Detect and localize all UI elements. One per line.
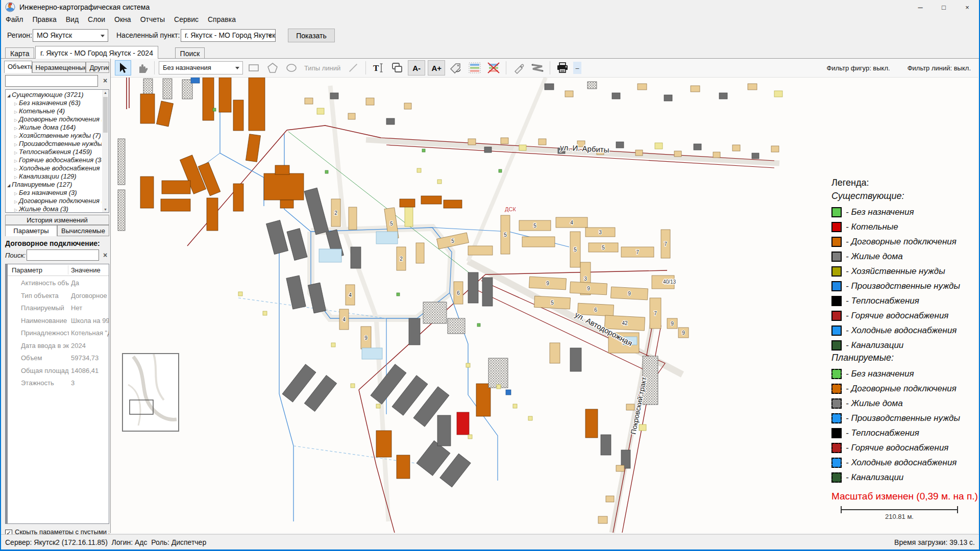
building[interactable]	[499, 169, 502, 172]
building[interactable]	[238, 292, 242, 296]
building[interactable]	[331, 343, 335, 347]
building[interactable]	[601, 435, 611, 455]
tree-item[interactable]: ▷Без назначения (3)	[6, 189, 102, 197]
building[interactable]	[349, 207, 357, 230]
building[interactable]	[386, 118, 395, 124]
building[interactable]	[264, 173, 304, 200]
building[interactable]	[468, 246, 493, 255]
scroll-thumb[interactable]	[103, 97, 108, 133]
maximize-button[interactable]: □	[932, 0, 955, 14]
building[interactable]	[376, 232, 398, 244]
building[interactable]	[598, 516, 607, 523]
building[interactable]	[550, 343, 560, 363]
table-row[interactable]: Тип объектаДоговорное под	[8, 289, 109, 302]
building[interactable]	[774, 91, 782, 97]
building[interactable]	[163, 79, 172, 99]
building[interactable]	[118, 139, 125, 185]
building[interactable]	[501, 138, 508, 144]
building[interactable]	[330, 93, 338, 99]
layer-colors-off-button[interactable]	[485, 60, 502, 76]
building[interactable]	[156, 101, 173, 127]
table-row[interactable]: Общая площадь14086,41	[8, 364, 109, 377]
building[interactable]	[266, 220, 288, 254]
building[interactable]	[280, 200, 293, 208]
tree-item[interactable]: ▷Производственные нужды (27)	[6, 140, 102, 148]
building[interactable]	[748, 84, 757, 90]
refresh-labels-button[interactable]	[448, 60, 464, 76]
city-map[interactable]: 2525449655453573999564277999ул. И. Арбит…	[111, 78, 978, 533]
menu-item-Слои[interactable]: Слои	[83, 14, 110, 26]
tab-Поиск[interactable]: Поиск	[175, 47, 205, 59]
building[interactable]	[719, 93, 727, 99]
building[interactable]	[437, 415, 451, 446]
building[interactable]	[362, 348, 382, 359]
building[interactable]	[488, 358, 508, 388]
table-row[interactable]: Дата ввода в эксплуат2024	[8, 339, 109, 352]
map-canvas[interactable]: Легенда:Существующие:- Без назначения- К…	[111, 78, 978, 533]
tree-item[interactable]: ▷Жилые дома (3)	[6, 205, 102, 212]
building[interactable]	[118, 190, 125, 231]
building[interactable]	[351, 384, 355, 388]
tree-item[interactable]: ▷Жилые дома (164)	[6, 123, 102, 132]
tree-item[interactable]: ▷Договорные подключения (6)	[6, 197, 102, 205]
building[interactable]	[319, 249, 341, 262]
building[interactable]	[565, 91, 573, 97]
building[interactable]	[366, 98, 374, 105]
table-row[interactable]: Этажность3	[8, 377, 109, 389]
building[interactable]	[655, 143, 663, 149]
building[interactable]	[286, 276, 306, 309]
tab-Карта[interactable]: Карта	[5, 47, 34, 59]
building[interactable]	[213, 108, 216, 111]
building[interactable]	[713, 152, 720, 158]
tab-history[interactable]: История изменений	[5, 215, 109, 225]
building[interactable]	[616, 465, 624, 471]
building[interactable]	[351, 247, 361, 268]
minimize-button[interactable]: ─	[909, 0, 932, 14]
tree-item[interactable]: ▷Договорные подключения (178)	[6, 115, 102, 123]
building[interactable]	[752, 153, 759, 159]
building[interactable]	[497, 385, 501, 389]
tree-item[interactable]: ▷Без назначения (63)	[6, 99, 102, 107]
clear-param-search-icon[interactable]: ×	[101, 251, 109, 259]
menu-item-Справка[interactable]: Справка	[203, 14, 240, 26]
building[interactable]	[348, 113, 355, 119]
tree-item[interactable]: ▷Канализации (129)	[6, 172, 102, 181]
building[interactable]	[612, 93, 620, 99]
overlap-shapes-button[interactable]	[389, 60, 405, 76]
building[interactable]	[304, 188, 329, 235]
draw-rectangle-button[interactable]	[246, 60, 262, 76]
building[interactable]	[400, 199, 415, 207]
tree-scrollbar[interactable]: ▲ ▼	[102, 90, 109, 212]
building[interactable]	[691, 86, 700, 92]
building[interactable]	[317, 108, 324, 114]
building[interactable]	[639, 424, 646, 431]
building[interactable]	[482, 278, 493, 306]
building[interactable]	[397, 455, 410, 479]
building[interactable]	[448, 318, 465, 334]
building[interactable]	[287, 229, 307, 261]
table-row[interactable]: Активность объектаДа	[8, 277, 109, 289]
objects-tab-Другие[interactable]: Другие	[86, 62, 109, 73]
tree-expanded-icon[interactable]: ◢	[6, 92, 12, 100]
building[interactable]	[421, 196, 442, 204]
objects-tab-Неразмещенные (0)[interactable]: Неразмещенные (0)	[32, 62, 86, 73]
objects-tab-Объекты[interactable]: Объекты	[4, 61, 32, 73]
building[interactable]	[506, 390, 511, 395]
building[interactable]	[140, 177, 154, 208]
building[interactable]	[275, 165, 289, 174]
building[interactable]	[468, 435, 472, 439]
building[interactable]	[585, 409, 598, 438]
building[interactable]	[468, 272, 478, 303]
tree-expanded-icon[interactable]: ◢	[6, 182, 12, 190]
building[interactable]	[397, 293, 400, 296]
draw-line-button[interactable]	[345, 60, 361, 76]
building[interactable]	[263, 311, 267, 315]
table-row[interactable]: Объем59734,73	[8, 352, 109, 364]
building[interactable]	[305, 98, 313, 104]
text-tool-button[interactable]: T	[370, 60, 386, 76]
building[interactable]	[191, 78, 200, 83]
building[interactable]	[422, 149, 425, 152]
building[interactable]	[457, 412, 469, 435]
building[interactable]	[635, 150, 643, 156]
draw-polygon-button[interactable]	[264, 60, 281, 76]
